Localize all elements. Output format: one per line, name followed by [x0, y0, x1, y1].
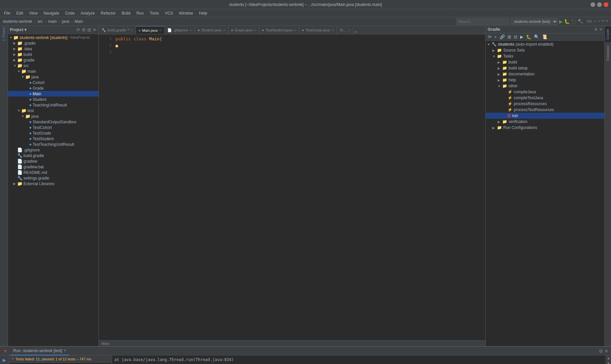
gradle-process-test-resources[interactable]: ⚡ processTestResources — [486, 107, 604, 113]
gradle-task-other[interactable]: ▼ 📁 other — [486, 83, 604, 89]
gradle-root[interactable]: ▼ 🔧 students (auto-import enabled) — [486, 41, 604, 47]
maximize-button[interactable] — [597, 2, 602, 7]
gradle-expand-all-btn[interactable]: ⊞ — [507, 34, 512, 40]
tree-gradlew-bat[interactable]: 📄 gradlew.bat — [8, 164, 99, 170]
tree-readme[interactable]: 📄 README.md — [8, 170, 99, 175]
gradle-run-task[interactable]: run — [486, 113, 604, 119]
gradle-debug-btn[interactable]: 🐛 — [525, 34, 532, 40]
tab-student[interactable]: ● Student.java ✕ — [195, 26, 228, 34]
tree-teststudent[interactable]: ● TestStudent — [8, 136, 99, 142]
menu-run[interactable]: Run — [134, 10, 146, 16]
tree-testteaching[interactable]: ● TestTeachingUnitResult — [8, 142, 99, 147]
gradle-task-help[interactable]: ▶ 📁 help — [486, 77, 604, 83]
menu-navigate[interactable]: Navigate — [41, 10, 62, 16]
breadcrumb-main-dir[interactable]: main — [48, 19, 57, 24]
tree-root[interactable]: ▼ 📁 students-serbrek [students] ~/IdeaPr… — [8, 35, 99, 40]
menu-help[interactable]: Help — [196, 10, 210, 16]
menu-code[interactable]: Code — [62, 10, 77, 16]
project-settings-btn[interactable]: ⚙ — [82, 27, 86, 32]
tree-main-file[interactable]: ● Main — [8, 91, 99, 97]
menu-vcs[interactable]: VCS — [162, 10, 176, 16]
bottom-run-btn[interactable]: ▶ — [2, 357, 7, 363]
tab-teststudent[interactable]: ● TestStudent.java ✕ — [259, 26, 299, 34]
project-tab-label[interactable]: 1: Project — [2, 27, 6, 41]
test-item-results[interactable]: ✕ Test Results 747 ms — [9, 363, 111, 364]
project-expand-btn[interactable]: ⊞ — [87, 27, 91, 32]
debug-button[interactable]: 🐛 — [564, 19, 570, 24]
run-button[interactable]: ▶ — [559, 19, 563, 24]
tree-build-gradle[interactable]: 🔧 build.gradle — [8, 153, 99, 158]
gradle-script-btn[interactable]: 📜 — [541, 34, 548, 40]
menu-refactor[interactable]: Refactor — [98, 10, 118, 16]
run-config-select[interactable]: students-serbrek [test] — [510, 18, 558, 25]
menu-window[interactable]: Window — [176, 10, 196, 16]
gradle-collapse-all-btn[interactable]: ⊟ — [513, 34, 518, 40]
menu-analyze[interactable]: Analyze — [78, 10, 98, 16]
tree-main-java[interactable]: ▼ 📁 java — [8, 74, 99, 80]
gradle-add-btn[interactable]: + — [493, 34, 498, 40]
tab-gitignore[interactable]: 📄 .gitignore ✕ — [165, 26, 195, 34]
gradle-filter-btn[interactable]: 🔍 — [533, 34, 540, 40]
tree-grade[interactable]: ● Grade — [8, 85, 99, 91]
tree-testgrade[interactable]: ● TestGrade — [8, 130, 99, 136]
gradle-compile-java[interactable]: ⚡ compileJava — [486, 89, 604, 95]
scroll-up-btn[interactable]: ▲ — [607, 356, 610, 360]
project-sync-btn[interactable]: ⟳ — [76, 27, 80, 32]
scroll-down-btn[interactable]: ▼ — [607, 361, 610, 364]
tab-grade[interactable]: ● Grade.java ✕ — [228, 26, 259, 34]
tree-gradle-dir[interactable]: ▶ 📁 gradle — [8, 57, 99, 63]
gradle-settings-btn[interactable]: ⚙ — [594, 27, 598, 32]
tab-main-java[interactable]: ● Main.java ✕ — [136, 26, 165, 34]
tab-testgrade[interactable]: ● TestGrade.java ✕ — [299, 26, 337, 34]
gradle-process-resources[interactable]: ⚡ processResources — [486, 101, 604, 107]
close-button[interactable] — [604, 2, 608, 7]
project-close-btn[interactable]: ✕ — [93, 27, 97, 32]
editor-content[interactable]: 1 public class Main { 2 ● 3 — [99, 34, 485, 340]
gradle-task-documentation[interactable]: ▶ 📁 documentation — [486, 71, 604, 77]
menu-tools[interactable]: Tools — [147, 10, 162, 16]
tree-cohort[interactable]: ● Cohort — [8, 80, 99, 85]
output-scrollbar[interactable]: ▲ ▼ ⬇ ⬆ 🗑 — [606, 355, 611, 364]
breadcrumb-main-file[interactable]: Main — [74, 19, 83, 24]
build-button[interactable]: 🔨 — [578, 19, 583, 24]
close-run-tab[interactable]: ✕ — [63, 348, 66, 353]
breadcrumb-src[interactable]: src — [37, 19, 43, 24]
minimize-button[interactable] — [591, 2, 595, 7]
gradle-close-btn[interactable]: ✕ — [599, 27, 602, 32]
tree-src[interactable]: ▼ 📁 src — [8, 63, 99, 68]
tree-build[interactable]: ▶ 📁 build — [8, 52, 99, 57]
gradle-compile-test-java[interactable]: ⚡ compileTestJava — [486, 95, 604, 101]
gradle-task-build[interactable]: ▶ 📁 build — [486, 59, 604, 65]
search-input[interactable] — [456, 18, 509, 25]
breadcrumb-project[interactable]: students-serbrek — [3, 19, 32, 24]
menu-edit[interactable]: Edit — [14, 10, 26, 16]
gradle-tasks[interactable]: ▼ 📁 Tasks — [486, 53, 604, 59]
bottom-settings-btn[interactable]: ⚙ — [599, 348, 603, 354]
output-panel[interactable]: at java.base/java.lang.Thread.run(Thread… — [112, 355, 606, 364]
gradle-link-btn[interactable]: 🔗 — [499, 34, 506, 40]
tree-test[interactable]: ▼ 📁 test — [8, 108, 99, 113]
tree-settings[interactable]: 🔧 settings.gradle — [8, 175, 99, 181]
tab-build-gradle[interactable]: 🔧 build.gradle * ✕ — [99, 26, 136, 34]
tree-gitignore[interactable]: 📄 .gitignore — [8, 147, 99, 153]
bottom-tab-run[interactable]: Run: students-serbrek [test] ✕ — [11, 347, 69, 355]
tree-main[interactable]: ▼ 📁 main — [8, 68, 99, 74]
gradle-source-sets[interactable]: ▶ 📁 Source Sets — [486, 47, 604, 53]
tree-ext-libs[interactable]: ▶ 📁 External Libraries — [8, 181, 99, 186]
gradle-run-btn[interactable]: ▶ — [519, 34, 524, 40]
stop-button[interactable]: ⬛ — [571, 19, 576, 24]
tree-idea[interactable]: ▶ 📁 .idea — [8, 46, 99, 52]
tree-sandbox[interactable]: ● StandardOutputSandbox — [8, 119, 99, 125]
gradle-task-build-setup[interactable]: ▶ 📁 build setup — [486, 65, 604, 71]
menu-build[interactable]: Build — [119, 10, 133, 16]
vtab-gradle[interactable]: Gradle — [605, 26, 611, 42]
tab-more[interactable]: Te... ✕ — [337, 26, 353, 34]
tab-overflow-btn[interactable]: » — [355, 29, 357, 34]
vtab-database[interactable]: Database — [605, 42, 611, 63]
tree-test-java[interactable]: ▼ 📁 java — [8, 113, 99, 119]
breadcrumb-java[interactable]: java — [62, 19, 69, 24]
tree-student[interactable]: ● Student — [8, 97, 99, 102]
gradle-run-configurations[interactable]: ▶ 📁 Run Configurations — [486, 125, 604, 131]
tree-teaching[interactable]: ● TeachingUnitResult — [8, 102, 99, 108]
menu-file[interactable]: File — [1, 10, 13, 16]
